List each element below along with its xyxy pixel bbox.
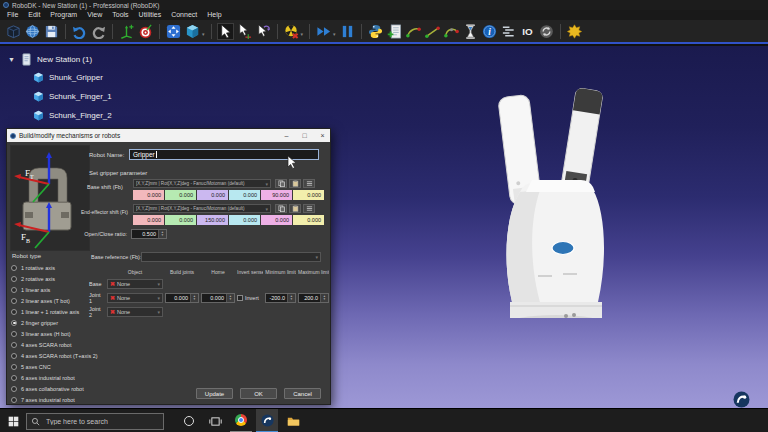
tree-expand-icon[interactable]: ▼ — [8, 56, 16, 63]
dialog-minimize-button[interactable]: – — [279, 129, 294, 142]
robot-type-option[interactable]: 6 axes collaborative robot — [11, 383, 91, 394]
robot-type-option[interactable]: 1 linear + 1 rotative axis — [11, 306, 91, 317]
shift-value-cell[interactable]: 0.000 — [165, 190, 197, 200]
fast-simulation-icon[interactable] — [315, 23, 332, 40]
taskbar-search[interactable] — [26, 413, 164, 430]
open-online-icon[interactable] — [24, 23, 41, 40]
io-status-icon[interactable]: IO — [519, 23, 536, 40]
shift-value-cell[interactable]: 0.000 — [293, 190, 325, 200]
fast-simulation-dropdown-caret[interactable]: ▾ — [333, 31, 336, 37]
dialog-titlebar[interactable]: Build/modify mechanisms or robots – □ × — [7, 129, 330, 142]
base-shift-menu-button[interactable] — [303, 179, 315, 188]
joint1-min-limit-spinbox[interactable]: -200.0 ▴▾ — [265, 293, 296, 303]
ratio-spinbox[interactable]: 0.500 ▴▾ — [131, 229, 167, 239]
ee-shift-format-select[interactable]: [X,Y,Z]mm | Rot[X,Y,Z]deg - Fanuc/Motoma… — [133, 204, 271, 213]
menu-file[interactable]: File — [2, 10, 23, 20]
robot-type-option[interactable]: 4 axes SCARA robot — [11, 339, 91, 350]
shift-value-cell[interactable]: 0.000 — [261, 215, 293, 225]
pause-icon[interactable] — [339, 23, 356, 40]
robot-type-option[interactable]: 1 rotative axis — [11, 262, 91, 273]
ee-shift-copy-button[interactable] — [275, 204, 287, 213]
robot-type-option[interactable]: 3 linear axes (H bot) — [11, 328, 91, 339]
program-calls-icon[interactable] — [500, 23, 517, 40]
gripper-3d-model[interactable] — [468, 88, 643, 318]
robot-type-option[interactable]: 4 axes SCARA robot (T+axis 2) — [11, 350, 91, 361]
base-reference-select[interactable]: ▾ — [141, 252, 321, 262]
tree-item-shunk_gripper[interactable]: Shunk_Gripper — [8, 68, 112, 87]
plugin-star-icon[interactable] — [566, 23, 583, 40]
menu-utilities[interactable]: Utilities — [134, 10, 167, 20]
move-joint-icon[interactable] — [405, 23, 422, 40]
joint2-object-select[interactable]: ✖ None▾ — [107, 307, 163, 317]
robot-type-option[interactable]: 5 axes CNC — [11, 361, 91, 372]
robodk-taskbar-button[interactable] — [256, 409, 278, 432]
file-explorer-button[interactable] — [282, 409, 304, 432]
tree-root-station[interactable]: ▼ New Station (1) — [8, 50, 112, 68]
update-check-icon[interactable] — [538, 23, 555, 40]
menu-help[interactable]: Help — [202, 10, 226, 20]
info-icon[interactable]: i — [481, 23, 498, 40]
shift-value-cell[interactable]: 150.000 — [197, 215, 229, 225]
wait-instruction-icon[interactable] — [462, 23, 479, 40]
select-cursor-icon[interactable] — [217, 23, 234, 40]
collision-check-dropdown-caret[interactable]: ▾ — [301, 31, 304, 37]
shift-value-cell[interactable]: 0.000 — [229, 215, 261, 225]
station-name[interactable]: New Station (1) — [37, 55, 92, 64]
move-frame-cursor-icon[interactable] — [236, 23, 253, 40]
dialog-maximize-button[interactable]: □ — [297, 129, 312, 142]
search-input[interactable] — [44, 417, 158, 426]
add-program-icon[interactable] — [386, 23, 403, 40]
base-shift-format-select[interactable]: [X,Y,Z]mm | Rot[X,Y,Z]deg - Fanuc/Motoma… — [133, 179, 271, 188]
start-button[interactable] — [0, 409, 26, 432]
shift-value-cell[interactable]: 0.000 — [133, 190, 165, 200]
python-icon[interactable] — [367, 23, 384, 40]
joint1-invert-checkbox[interactable]: Invert — [237, 295, 263, 301]
move-object-cursor-icon[interactable] — [255, 23, 272, 40]
menu-edit[interactable]: Edit — [23, 10, 45, 20]
update-button[interactable]: Update — [196, 388, 233, 399]
menu-tools[interactable]: Tools — [107, 10, 133, 20]
redo-icon[interactable] — [90, 23, 107, 40]
shift-value-cell[interactable]: 0.000 — [293, 215, 325, 225]
shift-value-cell[interactable]: 0.000 — [165, 215, 197, 225]
base-object-select[interactable]: ✖ None▾ — [107, 279, 163, 289]
add-target-icon[interactable] — [137, 23, 154, 40]
base-shift-paste-button[interactable] — [289, 179, 301, 188]
move-linear-icon[interactable] — [424, 23, 441, 40]
joint1-object-select[interactable]: ✖ None▾ — [107, 293, 163, 303]
collision-check-icon[interactable] — [283, 23, 300, 40]
add-frame-icon[interactable] — [118, 23, 135, 40]
task-view-button[interactable] — [204, 409, 226, 432]
menu-view[interactable]: View — [82, 10, 107, 20]
cortana-button[interactable] — [178, 409, 200, 432]
menu-connect[interactable]: Connect — [166, 10, 202, 20]
joint1-home-spinbox[interactable]: 0.000 ▴▾ — [201, 293, 235, 303]
tree-item-schunk_finger_1[interactable]: Schunk_Finger_1 — [8, 87, 112, 106]
joint1-max-limit-spinbox[interactable]: 200.0 ▴▾ — [298, 293, 329, 303]
isometric-view-icon[interactable] — [184, 23, 201, 40]
shift-value-cell[interactable]: 0.000 — [197, 190, 229, 200]
shift-value-cell[interactable]: 0.000 — [229, 190, 261, 200]
base-shift-copy-button[interactable] — [275, 179, 287, 188]
tree-item-schunk_finger_2[interactable]: Schunk_Finger_2 — [8, 106, 112, 125]
robot-type-option[interactable]: 6 axes industrial robot — [11, 372, 91, 383]
shift-value-cell[interactable]: 0.000 — [133, 215, 165, 225]
shift-value-cell[interactable]: 90.000 — [261, 190, 293, 200]
robot-type-option[interactable]: 7 axes industrial robot — [11, 394, 91, 405]
ee-shift-menu-button[interactable] — [303, 204, 315, 213]
isometric-view-dropdown-caret[interactable]: ▾ — [202, 31, 205, 37]
ee-shift-paste-button[interactable] — [289, 204, 301, 213]
cancel-button[interactable]: Cancel — [284, 388, 321, 399]
robot-type-option[interactable]: 2 rotative axis — [11, 273, 91, 284]
robot-type-option[interactable]: 2 finger gripper — [11, 317, 91, 328]
joint1-build-spinbox[interactable]: 0.000 ▴▾ — [165, 293, 199, 303]
fit-view-icon[interactable] — [165, 23, 182, 40]
dialog-close-button[interactable]: × — [315, 129, 330, 142]
ok-button[interactable]: OK — [240, 388, 277, 399]
undo-icon[interactable] — [71, 23, 88, 40]
move-circular-icon[interactable] — [443, 23, 460, 40]
menu-program[interactable]: Program — [45, 10, 82, 20]
robot-type-option[interactable]: 1 linear axis — [11, 284, 91, 295]
save-icon[interactable] — [43, 23, 60, 40]
robot-type-option[interactable]: 2 linear axes (T bot) — [11, 295, 91, 306]
